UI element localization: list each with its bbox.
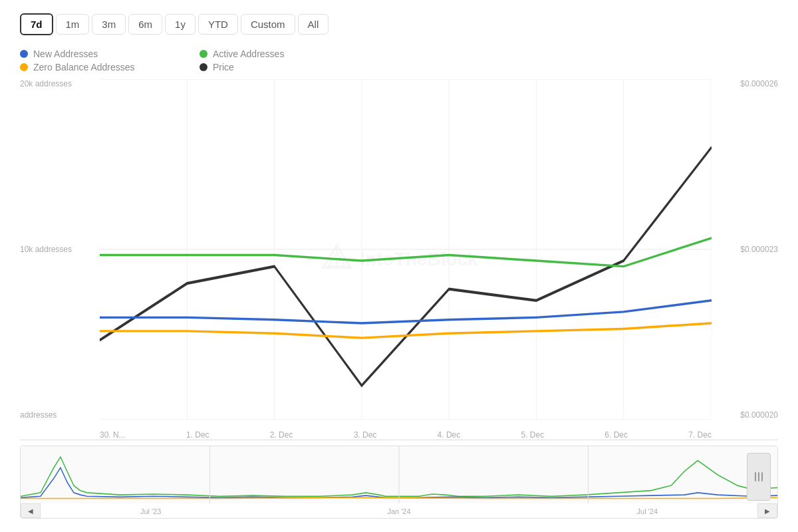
legend-label-price: Price (213, 62, 234, 72)
time-btn-6m[interactable]: 6m (128, 14, 162, 35)
mini-x-2: Jul '24 (637, 507, 658, 515)
legend: New AddressesActive AddressesZero Balanc… (20, 49, 352, 72)
time-btn-1m[interactable]: 1m (56, 14, 90, 35)
x-axis: 30. N... 1. Dec 2. Dec 3. Dec 4. Dec 5. … (100, 426, 712, 440)
time-btn-ytd[interactable]: YTD (198, 14, 238, 35)
mini-x-axis: Jul '23 Jan '24 Jul '24 (21, 507, 777, 515)
legend-dot-price (200, 63, 207, 71)
legend-item-price: Price (200, 62, 352, 72)
legend-label-zero-balance: Zero Balance Addresses (33, 62, 135, 72)
y-right-top: $0.000026 (740, 79, 778, 88)
legend-item-new-addresses: New Addresses (20, 49, 173, 59)
main-chart: IntoTheBlock 20k addresses 10k addresses… (20, 79, 778, 440)
y-axis-left: 20k addresses 10k addresses addresses (20, 79, 100, 420)
x-label-2: 2. Dec (270, 430, 293, 440)
time-selector: 7d1m3m6m1yYTDCustomAll (20, 13, 778, 35)
legend-item-zero-balance: Zero Balance Addresses (20, 62, 173, 72)
legend-label-active-addresses: Active Addresses (213, 49, 284, 59)
scroll-left-icon: ◀ (28, 507, 33, 515)
y-left-top: 20k addresses (20, 79, 100, 88)
main-container: 7d1m3m6m1yYTDCustomAll New AddressesActi… (0, 0, 798, 532)
legend-item-active-addresses: Active Addresses (200, 49, 352, 59)
legend-label-new-addresses: New Addresses (33, 49, 98, 59)
scroll-right-icon: ▶ (765, 507, 770, 515)
chart-area: IntoTheBlock 20k addresses 10k addresses… (20, 79, 778, 519)
mini-x-1: Jan '24 (387, 507, 410, 515)
chart-svg (100, 79, 712, 420)
time-btn-all[interactable]: All (298, 14, 329, 35)
handle-line-1 (755, 472, 756, 481)
x-label-4: 4. Dec (438, 430, 461, 440)
x-label-1: 1. Dec (186, 430, 209, 440)
mini-chart: Jul '23 Jan '24 Jul '24 ◀ ▶ (20, 446, 778, 519)
time-btn-1y[interactable]: 1y (165, 14, 196, 35)
handle-line-3 (761, 472, 763, 481)
x-label-0: 30. N... (100, 430, 126, 440)
scroll-left-button[interactable]: ◀ (21, 503, 41, 518)
mini-chart-inner (21, 446, 777, 503)
y-right-bot: $0.000020 (740, 410, 778, 420)
handle-line-2 (758, 472, 759, 481)
legend-dot-new-addresses (20, 50, 28, 58)
y-left-mid: 10k addresses (20, 245, 100, 254)
x-label-5: 5. Dec (521, 430, 544, 440)
x-label-6: 6. Dec (604, 430, 628, 440)
mini-x-0: Jul '23 (140, 507, 161, 515)
x-label-3: 3. Dec (354, 430, 377, 440)
time-btn-7d[interactable]: 7d (20, 13, 53, 35)
handle-lines (755, 472, 763, 481)
time-btn-custom[interactable]: Custom (241, 14, 295, 35)
time-btn-3m[interactable]: 3m (92, 14, 126, 35)
scroll-right-button[interactable]: ▶ (757, 503, 777, 518)
x-label-7: 7. Dec (688, 430, 712, 440)
legend-dot-active-addresses (200, 50, 207, 58)
y-axis-right: $0.000026 $0.000023 $0.000020 (712, 79, 778, 420)
navigator-handle[interactable] (747, 453, 771, 501)
y-right-mid: $0.000023 (740, 245, 778, 254)
y-left-bot: addresses (20, 410, 100, 420)
legend-dot-zero-balance (20, 63, 28, 71)
